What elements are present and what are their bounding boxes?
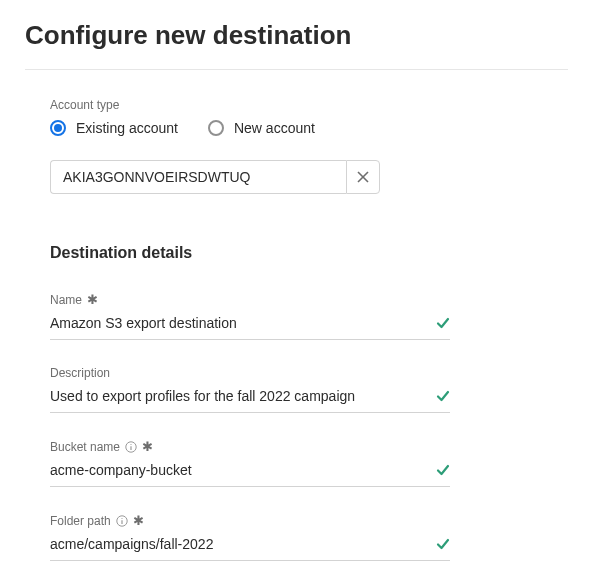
bucket-name-input[interactable]: acme-company-bucket <box>50 462 450 487</box>
radio-selected-icon <box>50 120 66 136</box>
page-title: Configure new destination <box>25 20 568 51</box>
folder-path-value: acme/campaigns/fall-2022 <box>50 536 213 552</box>
name-input[interactable]: Amazon S3 export destination <box>50 315 450 340</box>
radio-existing-label: Existing account <box>76 120 178 136</box>
bucket-name-label: Bucket name <box>50 440 120 454</box>
name-value: Amazon S3 export destination <box>50 315 237 331</box>
checkmark-icon <box>436 463 450 477</box>
account-input-wrap <box>50 160 380 194</box>
folder-path-input[interactable]: acme/campaigns/fall-2022 <box>50 536 450 561</box>
description-label: Description <box>50 366 110 380</box>
description-input[interactable]: Used to export profiles for the fall 202… <box>50 388 450 413</box>
checkmark-icon <box>436 389 450 403</box>
account-type-radio-group: Existing account New account <box>50 120 543 136</box>
checkmark-icon <box>436 316 450 330</box>
info-icon[interactable] <box>116 515 128 527</box>
clear-account-button[interactable] <box>346 160 380 194</box>
radio-existing-account[interactable]: Existing account <box>50 120 178 136</box>
name-label: Name <box>50 293 82 307</box>
checkmark-icon <box>436 537 450 551</box>
folder-path-field: Folder path ✱ acme/campaigns/fall-2022 <box>50 513 450 561</box>
radio-new-account[interactable]: New account <box>208 120 315 136</box>
destination-details-heading: Destination details <box>50 244 543 262</box>
bucket-name-field: Bucket name ✱ acme-company-bucket <box>50 439 450 487</box>
svg-point-3 <box>130 443 131 444</box>
radio-new-label: New account <box>234 120 315 136</box>
svg-point-6 <box>121 517 122 518</box>
folder-path-label: Folder path <box>50 514 111 528</box>
bucket-name-value: acme-company-bucket <box>50 462 192 478</box>
account-type-label: Account type <box>50 98 543 112</box>
close-icon <box>357 171 369 183</box>
radio-unselected-icon <box>208 120 224 136</box>
name-field: Name ✱ Amazon S3 export destination <box>50 292 450 340</box>
description-value: Used to export profiles for the fall 202… <box>50 388 355 404</box>
required-asterisk-icon: ✱ <box>87 292 98 307</box>
required-asterisk-icon: ✱ <box>133 513 144 528</box>
required-asterisk-icon: ✱ <box>142 439 153 454</box>
info-icon[interactable] <box>125 441 137 453</box>
account-input[interactable] <box>50 160 346 194</box>
description-field: Description Used to export profiles for … <box>50 366 450 413</box>
title-divider <box>25 69 568 70</box>
